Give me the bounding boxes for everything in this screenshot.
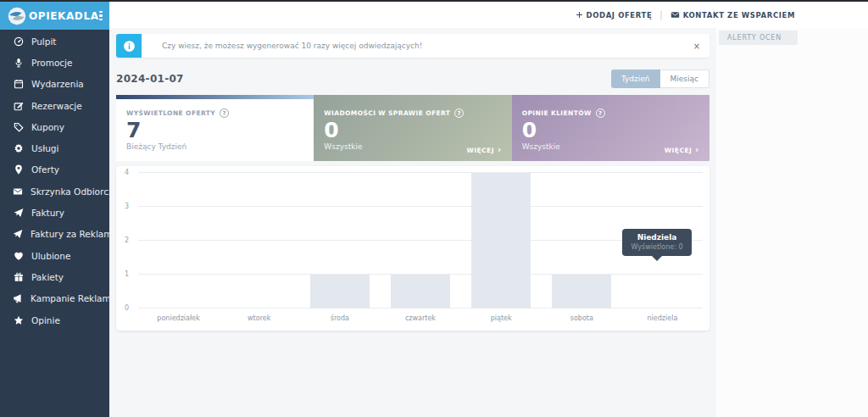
main-content: Czy wiesz, że możesz wygenerować 10 razy…: [109, 28, 716, 417]
alerts-panel-header: ALERTY OCEN: [719, 31, 798, 45]
sidebar-item-ulubione[interactable]: Ulubione: [0, 245, 109, 266]
chevron-right-icon: ›: [498, 146, 502, 154]
sidebar-item-us-ugi[interactable]: Usługi: [0, 137, 109, 158]
sidebar-item-rezerwacje[interactable]: Rezerwacje: [0, 95, 109, 116]
send-icon: [13, 208, 24, 219]
sidebar-item-label: Skrzynka Odbiorcza: [31, 186, 119, 197]
y-tick-label: 2: [125, 236, 129, 244]
sidebar-item-label: Promocje: [31, 58, 72, 68]
y-tick-label: 3: [125, 203, 129, 210]
bar-poniedzia-ek[interactable]: [138, 173, 219, 309]
x-tick-label: piątek: [461, 314, 542, 322]
sidebar-item-label: Rezerwacje: [31, 101, 82, 111]
bar-sobota[interactable]: [542, 173, 622, 309]
add-offer-link[interactable]: DODAJ OFERTĘ: [576, 11, 653, 19]
card-displayed-offers: WYŚWIETLONE OFERTY ? 7 Bieżący Tydzień: [116, 95, 314, 161]
current-date: 2024-01-07: [116, 73, 184, 85]
x-tick-label: poniedziałek: [138, 314, 219, 322]
dashboard-icon: [13, 36, 24, 47]
y-tick-label: 4: [125, 169, 129, 176]
y-tick-label: 1: [125, 270, 129, 278]
sidebar-item-oferty[interactable]: Oferty: [0, 159, 109, 181]
star-icon: [13, 314, 24, 325]
month-button[interactable]: Miesiąc: [660, 70, 709, 88]
chart-plot-area: [138, 173, 703, 309]
sidebar-item-wydarzenia[interactable]: Wydarzenia: [0, 74, 109, 95]
week-button[interactable]: Tydzień: [611, 70, 660, 88]
sidebar-item-kampanie-reklamowe[interactable]: Kampanie Reklamowe: [0, 288, 109, 309]
bar--roda[interactable]: [299, 173, 380, 309]
top-bar-separator: |: [659, 10, 662, 19]
sidebar-item-label: Kupony: [31, 122, 64, 132]
sidebar-item-kupony[interactable]: Kupony: [0, 116, 109, 137]
x-tick-label: sobota: [542, 314, 622, 322]
sidebar-menu: PulpitPromocjeWydarzeniaRezerwacjeKupony…: [0, 30, 109, 331]
edit-icon: [13, 100, 24, 111]
gift-icon: [13, 271, 24, 282]
sidebar-item-skrzynka-odbiorcza[interactable]: Skrzynka Odbiorcza: [0, 181, 109, 202]
weekly-views-chart: 01234 poniedziałekwtorekśrodaczwartekpią…: [116, 166, 709, 331]
contact-support-link[interactable]: KONTAKT ZE WSPARCIEM: [670, 10, 795, 19]
brand-name[interactable]: OPIEKADLA: [29, 10, 99, 22]
toolbar: 2024-01-07 Tydzień Miesiąc: [116, 70, 709, 88]
help-icon[interactable]: ?: [596, 108, 605, 118]
envelope-icon: [13, 186, 23, 197]
sidebar-item-label: Wydarzenia: [31, 79, 84, 89]
gear-icon: [13, 143, 24, 154]
card-value: 0: [522, 120, 699, 142]
sidebar: OPIEKADLA PulpitPromocjeWydarzeniaRezerw…: [0, 2, 109, 417]
sidebar-item-label: Faktury: [31, 208, 64, 218]
chart-tooltip: Niedziela Wyświetlone: 0: [622, 229, 692, 256]
sidebar-item-pulpit[interactable]: Pulpit: [0, 31, 109, 52]
contact-support-label: KONTAKT ZE WSPARCIEM: [683, 11, 795, 19]
period-toggle: Tydzień Miesiąc: [611, 70, 709, 88]
bar: [391, 275, 450, 309]
tag-icon: [13, 121, 24, 132]
hamburger-menu-icon[interactable]: [99, 11, 103, 21]
x-tick-label: czwartek: [380, 314, 460, 322]
chevron-right-icon: ›: [695, 146, 699, 154]
sidebar-item-label: Oferty: [31, 164, 59, 175]
brand-logo-icon[interactable]: [8, 7, 26, 25]
x-tick-label: wtorek: [219, 314, 299, 322]
sidebar-item-faktury-za-reklam[interactable]: Faktury za Reklamę: [0, 224, 109, 245]
card-title: WIADOMOŚCI W SPRAWIE OFERT: [324, 109, 450, 117]
x-tick-label: niedziela: [622, 314, 703, 322]
sidebar-item-faktury[interactable]: Faktury: [0, 202, 109, 223]
card-client-reviews: OPINIE KLIENTÓW ? 0 Wszystkie WIĘCEJ ›: [512, 95, 709, 161]
bar-czwartek[interactable]: [380, 173, 460, 309]
app-window: OPIEKADLA PulpitPromocjeWydarzeniaRezerw…: [0, 0, 868, 417]
sidebar-item-label: Ulubione: [31, 251, 70, 261]
plus-icon: [576, 11, 583, 19]
sidebar-item-promocje[interactable]: Promocje: [0, 52, 109, 73]
help-icon[interactable]: ?: [220, 108, 229, 118]
chart-y-axis: 01234: [125, 173, 138, 309]
sidebar-item-label: Usługi: [31, 143, 58, 153]
map-pin-icon: [13, 164, 24, 175]
tooltip-value: Wyświetlone: 0: [626, 243, 688, 251]
card-value: 0: [324, 120, 501, 142]
sidebar-item-label: Pulpit: [31, 36, 56, 47]
help-icon[interactable]: ?: [454, 108, 464, 118]
top-bar: DODAJ OFERTĘ | KONTAKT ZE WSPARCIEM: [109, 2, 868, 28]
bar-pi-tek[interactable]: [461, 173, 542, 309]
sidebar-item-label: Pakiety: [31, 272, 64, 282]
stat-cards: WYŚWIETLONE OFERTY ? 7 Bieżący Tydzień W…: [116, 95, 709, 161]
bar: [471, 173, 531, 309]
sidebar-item-pakiety[interactable]: Pakiety: [0, 266, 109, 287]
banner-close-icon[interactable]: ×: [684, 42, 709, 51]
more-link[interactable]: WIĘCEJ ›: [665, 146, 699, 154]
sidebar-item-opinie[interactable]: Opinie: [0, 309, 109, 331]
bar-wtorek[interactable]: [219, 173, 299, 309]
banner-message: Czy wiesz, że możesz wygenerować 10 razy…: [142, 42, 684, 50]
tooltip-title: Niedziela: [626, 233, 688, 242]
calendar-icon: [13, 79, 24, 90]
add-offer-label: DODAJ OFERTĘ: [587, 11, 653, 19]
card-title: WYŚWIETLONE OFERTY: [126, 109, 215, 117]
card-title: OPINIE KLIENTÓW: [522, 109, 592, 117]
right-panel: ALERTY OCEN: [716, 28, 868, 417]
info-banner: Czy wiesz, że możesz wygenerować 10 razy…: [116, 34, 709, 58]
send-icon: [13, 229, 23, 240]
more-link[interactable]: WIĘCEJ ›: [466, 146, 501, 154]
card-offer-messages: WIADOMOŚCI W SPRAWIE OFERT ? 0 Wszystkie…: [314, 95, 511, 161]
